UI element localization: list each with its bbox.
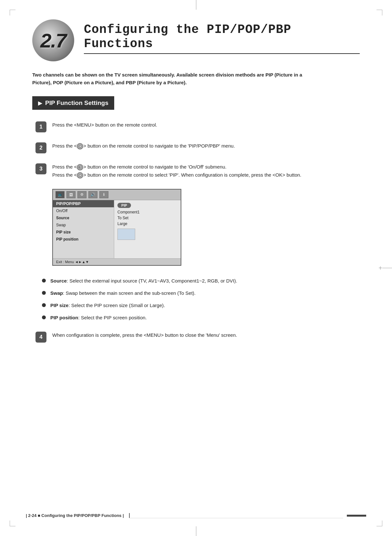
crosshair-top xyxy=(196,0,196,10)
footer-dots xyxy=(130,513,343,518)
page-footer: | 2-24 ■ Configuring the PIP/POP/PBP Fun… xyxy=(26,513,366,518)
bullet-item-pip-position: PIP position: Select the PIP screen posi… xyxy=(42,314,360,322)
step-2: 2 Press the <> button on the remote cont… xyxy=(35,142,360,153)
menu-icon-settings: ⚙ xyxy=(77,191,86,198)
menu-icon-info: ℹ xyxy=(99,191,108,198)
menu-right-item-1: Component1 xyxy=(117,209,177,215)
step-4-text: When configuration is complete, press th… xyxy=(52,331,360,339)
menu-icons-bar: 📺 🖼 ⚙ 🔊 ℹ xyxy=(53,190,181,200)
page-title: Configuring the PIP/POP/PBP Functions xyxy=(84,23,360,54)
menu-left-item-5: PIP position xyxy=(53,236,114,243)
menu-icon-pip: 🖼 xyxy=(66,191,75,198)
menu-right-item-3: Large xyxy=(117,221,177,227)
chapter-number: 2.7 xyxy=(40,29,66,52)
step-3-badge: 3 xyxy=(35,163,46,174)
chapter-badge: 2.7 xyxy=(32,19,74,61)
menu-icon-sound: 🔊 xyxy=(88,191,97,198)
menu-screenshot: 📺 🖼 ⚙ 🔊 ℹ xyxy=(52,189,181,266)
menu-left-item-3: Swap xyxy=(53,222,114,229)
corner-mark-br xyxy=(377,521,382,526)
corner-mark-tl xyxy=(10,10,15,15)
menu-thumbnail xyxy=(117,229,135,240)
bullet-text-pip-size: PIP size: Select the PIP screen size (Sm… xyxy=(50,302,165,309)
footer-page-ref: | 2-24 ■ Configuring the PIP/POP/PBP Fun… xyxy=(26,513,130,518)
step-3-text: Press the <> button on the remote contro… xyxy=(52,163,360,179)
menu-left-title: PIP/POP/PBP xyxy=(53,200,114,207)
corner-mark-tr xyxy=(377,10,382,15)
step-2-badge: 2 xyxy=(35,142,46,153)
crosshair-bottom xyxy=(196,526,196,536)
menu-footer: Exit : Menu ◄►▲▼ xyxy=(53,258,181,265)
menu-right-item-2: To Set xyxy=(117,215,177,221)
bullet-dot-2 xyxy=(42,291,46,295)
crosshair-right xyxy=(382,268,392,268)
header-section: 2.7 Configuring the PIP/POP/PBP Function… xyxy=(32,19,360,61)
step-1-text: Press the <MENU> button on the remote co… xyxy=(52,121,360,129)
bullet-list: Source: Select the external input source… xyxy=(42,277,360,322)
step-1-badge: 1 xyxy=(35,121,46,132)
step-4-badge: 4 xyxy=(35,332,46,343)
menu-icon-tv: 📺 xyxy=(55,191,65,198)
menu-right-selected: PIP xyxy=(117,203,131,208)
page: + 2.7 Configuring the PIP/POP/PBP Functi… xyxy=(0,0,392,536)
bullet-text-swap: Swap: Swap between the main screen and t… xyxy=(50,289,196,297)
menu-left-panel: PIP/POP/PBP On/Off Source Swap PIP size … xyxy=(53,200,114,258)
steps-container: 1 Press the <MENU> button on the remote … xyxy=(35,121,360,343)
step-4: 4 When configuration is complete, press … xyxy=(35,331,360,343)
bullet-text-source: Source: Select the external input source… xyxy=(50,277,237,285)
step-1: 1 Press the <MENU> button on the remote … xyxy=(35,121,360,132)
bullet-dot-1 xyxy=(42,279,46,283)
bullet-item-source: Source: Select the external input source… xyxy=(42,277,360,285)
section-header: ▶ PIP Function Settings xyxy=(32,96,114,110)
section-arrow-icon: ▶ xyxy=(38,100,42,106)
bullet-dot-4 xyxy=(42,315,46,319)
footer-bar xyxy=(347,515,366,517)
menu-right-panel: PIP Component1 To Set Large xyxy=(114,200,181,258)
step-2-text: Press the <> button on the remote contro… xyxy=(52,142,360,150)
bullet-item-pip-size: PIP size: Select the PIP screen size (Sm… xyxy=(42,302,360,309)
section-header-label: PIP Function Settings xyxy=(45,99,108,107)
bullet-item-swap: Swap: Swap between the main screen and t… xyxy=(42,289,360,297)
menu-left-item-1: On/Off xyxy=(53,207,114,214)
menu-body: PIP/POP/PBP On/Off Source Swap PIP size … xyxy=(53,200,181,258)
intro-paragraph: Two channels can be shown on the TV scre… xyxy=(32,71,323,87)
bullet-dot-3 xyxy=(42,303,46,307)
menu-footer-text: Exit : Menu ◄►▲▼ xyxy=(56,260,89,264)
step-3: 3 Press the <> button on the remote cont… xyxy=(35,163,360,179)
menu-left-item-2: Source xyxy=(53,214,114,222)
reg-right-cross: + xyxy=(378,264,382,272)
corner-mark-bl xyxy=(10,521,15,526)
menu-left-item-4: PIP size xyxy=(53,229,114,236)
bullet-text-pip-position: PIP position: Select the PIP screen posi… xyxy=(50,314,147,322)
